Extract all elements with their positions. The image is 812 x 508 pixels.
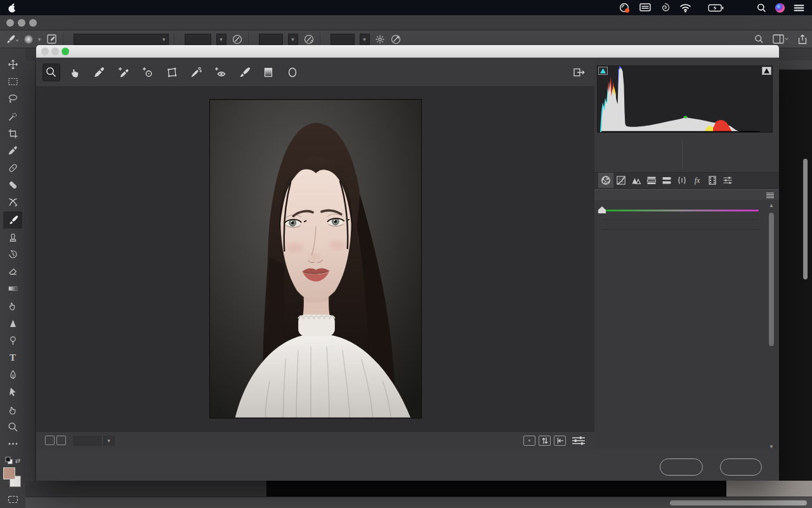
brush-tool-preset-icon[interactable] <box>5 34 19 45</box>
swap-before-after-button[interactable] <box>539 436 551 446</box>
copy-settings-button[interactable] <box>554 436 566 446</box>
drive-icon[interactable] <box>639 3 652 13</box>
transform-tool[interactable] <box>163 64 181 81</box>
list-icon[interactable] <box>794 4 804 12</box>
siri-icon[interactable] <box>775 3 785 13</box>
tab-camera-calibration[interactable] <box>705 173 720 188</box>
portrait-preview-image[interactable] <box>209 99 422 418</box>
zoom-in-button[interactable] <box>56 436 66 445</box>
dodge-tool[interactable] <box>3 332 22 349</box>
share-icon[interactable] <box>798 34 807 44</box>
radial-filter-tool[interactable] <box>284 64 301 81</box>
opacity-caret[interactable]: ▾ <box>216 34 226 45</box>
type-tool[interactable]: T <box>3 349 22 366</box>
pen-tool[interactable] <box>3 366 22 384</box>
flow-value[interactable] <box>259 34 283 45</box>
workspace-switcher-icon[interactable] <box>773 34 789 44</box>
cancel-button[interactable] <box>660 458 703 476</box>
wifi-icon[interactable] <box>679 3 691 13</box>
red-eye-removal-tool[interactable] <box>211 64 229 81</box>
sharpen-tool[interactable] <box>3 315 22 332</box>
dialog-minimize-button[interactable] <box>51 48 59 55</box>
clone-stamp-tool[interactable] <box>3 229 22 246</box>
adjustment-brush-tool[interactable] <box>235 64 253 81</box>
apple-logo-icon[interactable] <box>8 3 17 13</box>
tab-tone-curve[interactable] <box>613 173 629 188</box>
histogram[interactable] <box>597 65 773 133</box>
tint-slider-thumb[interactable] <box>598 206 606 213</box>
smoothing-value[interactable] <box>331 34 355 45</box>
swap-colors-icon[interactable]: ⇄ <box>15 457 20 464</box>
smudge-tool[interactable] <box>3 297 22 314</box>
flow-caret[interactable]: ▾ <box>288 34 298 45</box>
graduated-filter-tool[interactable] <box>259 64 277 81</box>
dialog-close-button[interactable] <box>41 48 49 55</box>
tab-effects[interactable]: fx <box>690 173 705 188</box>
spiral-icon[interactable] <box>660 3 671 13</box>
quick-selection-tool[interactable] <box>3 108 22 125</box>
zoom-tool[interactable] <box>3 418 22 436</box>
smoothing-gear-icon[interactable] <box>375 34 385 44</box>
history-brush-tool[interactable] <box>3 246 22 263</box>
horizontal-scrollbar[interactable] <box>670 500 807 505</box>
crop-tool[interactable] <box>3 125 22 142</box>
dialog-titlebar[interactable] <box>36 45 779 58</box>
lasso-tool[interactable] <box>3 90 22 107</box>
white-balance-tool[interactable] <box>91 64 108 81</box>
pressure-size-icon[interactable] <box>390 34 402 45</box>
eyedropper-tool[interactable] <box>3 142 22 159</box>
highlight-clipping-indicator[interactable] <box>762 67 771 75</box>
airbrush-icon[interactable] <box>303 34 315 45</box>
tab-detail[interactable] <box>629 173 644 188</box>
panel-menu-icon[interactable] <box>766 192 774 198</box>
ok-button[interactable] <box>720 458 762 476</box>
default-colors-icon[interactable] <box>5 457 13 465</box>
toggle-panel-icon[interactable] <box>570 64 588 81</box>
spotlight-search-icon[interactable] <box>757 3 766 13</box>
search-icon[interactable] <box>754 34 764 44</box>
toggle-brush-panel-icon[interactable] <box>46 34 58 45</box>
preview-mode-button[interactable]: ▾ <box>523 436 535 446</box>
opacity-value[interactable] <box>185 34 211 45</box>
preview-preferences-icon[interactable] <box>572 436 586 446</box>
zoom-tool[interactable] <box>43 64 60 81</box>
dialog-zoom-button[interactable] <box>62 48 69 55</box>
zoom-level-select[interactable] <box>73 436 102 446</box>
image-preview-area[interactable] <box>36 87 594 431</box>
tab-split-toning[interactable] <box>659 173 674 188</box>
content-aware-move-tool[interactable] <box>3 194 22 211</box>
spot-healing-brush-tool[interactable] <box>3 159 22 177</box>
brush-tool[interactable] <box>3 211 22 229</box>
pressure-opacity-icon[interactable] <box>232 34 243 45</box>
tab-presets[interactable] <box>720 173 735 188</box>
move-tool[interactable] <box>3 56 22 73</box>
eraser-tool[interactable] <box>3 263 22 280</box>
rectangular-marquee-tool[interactable] <box>3 73 22 90</box>
vertical-scrollbar[interactable] <box>803 159 808 279</box>
blend-mode-select[interactable]: ▾ <box>74 34 169 45</box>
brush-picker-caret[interactable]: ▾ <box>38 36 41 43</box>
recording-status-icon[interactable] <box>619 3 631 13</box>
tint-slider[interactable] <box>602 206 759 214</box>
zoom-out-button[interactable] <box>45 436 55 445</box>
shadow-clipping-indicator[interactable] <box>598 67 608 75</box>
gradient-tool[interactable] <box>3 280 22 297</box>
panel-scrollbar[interactable]: ▲ ▼ <box>769 208 774 398</box>
foreground-color-swatch[interactable] <box>3 467 15 479</box>
close-window-button[interactable] <box>6 19 14 27</box>
hand-tool[interactable] <box>67 64 84 81</box>
screen-mode-icon[interactable] <box>3 491 22 508</box>
zoom-level-caret[interactable]: ▾ <box>102 436 115 446</box>
tab-hsl-grayscale[interactable] <box>644 173 659 188</box>
tab-lens-corrections[interactable] <box>674 173 690 188</box>
tab-basic[interactable] <box>598 173 613 188</box>
healing-brush-tool[interactable] <box>3 177 22 194</box>
minimize-window-button[interactable] <box>18 19 25 27</box>
hand-tool[interactable] <box>3 401 22 418</box>
edit-toolbar-icon[interactable] <box>3 436 22 453</box>
brush-preset-picker[interactable] <box>24 35 33 44</box>
zoom-window-button[interactable] <box>29 19 37 27</box>
smoothing-caret[interactable]: ▾ <box>360 34 370 45</box>
color-sampler-tool[interactable] <box>115 64 133 81</box>
spot-removal-tool[interactable] <box>187 64 205 81</box>
